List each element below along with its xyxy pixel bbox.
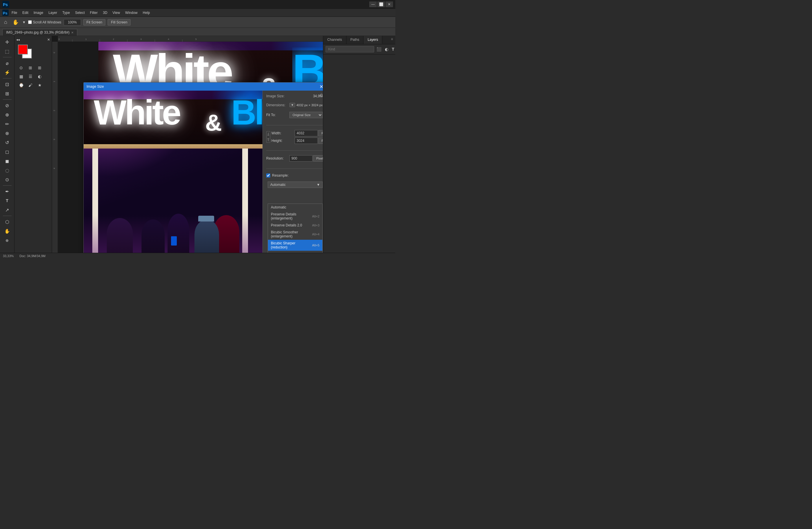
close-button[interactable]: ✕ xyxy=(386,1,393,7)
ruler-vertical: 0 1 2 3 4 xyxy=(52,42,58,253)
rectangle-tool[interactable]: ⬡ xyxy=(2,217,12,226)
home-button[interactable]: ⌂ xyxy=(2,18,9,26)
menu-image[interactable]: Image xyxy=(31,10,45,16)
tab-channels[interactable]: Channels xyxy=(323,36,346,44)
height-unit-select[interactable]: Pixels xyxy=(318,138,323,144)
magic-wand-tool[interactable]: ⚡ xyxy=(2,68,12,77)
crop-tool[interactable]: ⊡ xyxy=(2,80,12,89)
marquee-tool[interactable]: ⬚ xyxy=(2,47,12,56)
menu-type[interactable]: Type xyxy=(60,10,72,16)
menu-select[interactable]: Select xyxy=(73,10,87,16)
width-input[interactable] xyxy=(294,130,318,137)
eyedropper-tool[interactable]: ⊘ xyxy=(2,101,12,110)
brush-tool[interactable]: ✏ xyxy=(2,119,12,128)
svg-text:3: 3 xyxy=(140,38,142,41)
tab-close-button[interactable]: ✕ xyxy=(71,31,73,34)
menu-view[interactable]: View xyxy=(110,10,122,16)
resolution-unit-select[interactable]: Pixels/Inch xyxy=(313,155,323,161)
left-toolbar: ✛ ⬚ ⌀ ⚡ ⊡ ⊞ ⊘ ⊕ ✏ ⊗ ↺ ◻ ◼ ◌ ⊙ ✒ T ↗ ⬡ ✋ … xyxy=(0,36,14,253)
dialog-controls: Image Size: 34,9M Dimensions: ▼ 4032 px … xyxy=(262,91,323,253)
collapse-panel-button[interactable]: ◂◂ xyxy=(16,38,20,42)
preview-phone xyxy=(171,236,177,245)
quick-mask-button[interactable]: ⊙ xyxy=(17,64,26,72)
width-unit-select[interactable]: Pixels xyxy=(318,130,323,137)
resample-checkbox[interactable] xyxy=(266,173,270,177)
swatches-button[interactable]: ▦ xyxy=(17,72,26,81)
libraries-button[interactable]: ☰ xyxy=(26,72,35,81)
svg-text:4: 4 xyxy=(168,38,169,41)
lasso-tool[interactable]: ⌀ xyxy=(2,59,12,68)
tab-layers[interactable]: Layers xyxy=(363,36,382,44)
filter-pixel-icon[interactable]: ⬛ xyxy=(375,46,382,52)
dialog-preview-area: White & Bl xyxy=(84,91,262,253)
adjustments-button[interactable]: ◐ xyxy=(35,72,44,81)
pen-tool[interactable]: ✒ xyxy=(2,187,12,196)
dodge-tool[interactable]: ⊙ xyxy=(2,175,12,184)
clone-tool[interactable]: ⊗ xyxy=(2,129,12,138)
dialog-settings-icon[interactable] xyxy=(319,93,323,98)
filter-type-icon[interactable]: T xyxy=(391,46,395,52)
history-button[interactable]: ⌚ xyxy=(17,81,26,89)
fit-to-select[interactable]: Original Size xyxy=(289,112,323,118)
tool-presets-button[interactable]: ⊞ xyxy=(35,64,44,72)
dimensions-label: Dimensions: xyxy=(266,103,285,107)
svg-text:0: 0 xyxy=(53,52,56,53)
dialog-close-button[interactable]: ✕ xyxy=(319,84,323,89)
resample-dropdown-trigger[interactable]: Automatic ▼ xyxy=(268,182,323,188)
minimize-button[interactable]: — xyxy=(369,1,377,7)
panel-menu-button[interactable]: ≡ xyxy=(389,36,395,44)
heal-tool[interactable]: ⊕ xyxy=(2,110,12,119)
toolbar-separator-5 xyxy=(3,216,12,216)
close-panel-button[interactable]: ✕ xyxy=(47,38,50,42)
dimensions-dropdown-btn[interactable]: ▼ xyxy=(289,103,295,107)
scroll-all-windows-checkbox[interactable] xyxy=(28,20,32,24)
filter-adjust-icon[interactable]: ◐ xyxy=(384,46,390,52)
frame-tool[interactable]: ⊞ xyxy=(2,89,12,98)
file-tab[interactable]: IMG_2949~photo.jpg @ 33,3% (RGB/8#) ✕ xyxy=(2,29,77,35)
menu-window[interactable]: Window xyxy=(123,10,140,16)
move-tool[interactable]: ✛ xyxy=(2,38,12,46)
fit-to-label: Fit To: xyxy=(266,113,289,117)
foreground-color-swatch[interactable] xyxy=(18,45,28,54)
maximize-button[interactable]: ⬜ xyxy=(377,1,385,7)
effects-button[interactable]: ★ xyxy=(35,81,44,89)
menu-file[interactable]: File xyxy=(9,10,19,16)
resample-option-automatic[interactable]: Automatic xyxy=(268,204,322,211)
resample-option-bicubic-smooth[interactable]: Bicubic (smooth gradients) Alt+6 xyxy=(268,251,322,253)
resolution-input[interactable] xyxy=(289,155,313,161)
zoom-input[interactable] xyxy=(64,19,81,26)
ps-logo: Ps xyxy=(2,1,9,8)
ps-logo-menu: Ps xyxy=(2,10,9,16)
menu-filter[interactable]: Filter xyxy=(88,10,100,16)
path-selection-tool[interactable]: ↗ xyxy=(2,205,12,214)
resample-option-preserve-details-2[interactable]: Preserve Details 2.0 Alt+3 xyxy=(268,222,322,229)
resample-option-preserve-details[interactable]: Preserve Details (enlargement) Alt+2 xyxy=(268,211,322,222)
brushes-button[interactable]: 🖌 xyxy=(26,81,35,89)
menu-help[interactable]: Help xyxy=(140,10,152,16)
link-dimensions-button[interactable] xyxy=(266,131,270,143)
svg-text:5: 5 xyxy=(195,38,197,41)
fill-screen-button[interactable]: Fill Screen xyxy=(108,19,131,26)
height-label: Height: xyxy=(272,139,294,143)
hand-tool[interactable]: ✋ xyxy=(2,227,12,235)
height-input[interactable] xyxy=(294,138,318,144)
right-panel: Channels Paths Layers ≡ ⬛ ◐ T ⬡ ⚙ ⊙ xyxy=(323,36,395,253)
blur-tool[interactable]: ◌ xyxy=(2,166,12,175)
resample-option-bicubic-smoother[interactable]: Bicubic Smoother (enlargement) Alt+4 xyxy=(268,229,322,240)
gradient-tool[interactable]: ◼ xyxy=(2,157,12,165)
history-brush-tool[interactable]: ↺ xyxy=(2,138,12,147)
tool-dropdown-arrow[interactable]: ▼ xyxy=(22,20,26,24)
eraser-tool[interactable]: ◻ xyxy=(2,147,12,156)
zoom-tool[interactable]: ⊕ xyxy=(2,236,12,245)
type-tool[interactable]: T xyxy=(2,196,12,205)
svg-point-21 xyxy=(321,95,322,96)
fit-screen-button[interactable]: Fit Screen xyxy=(83,19,106,26)
menu-3d[interactable]: 3D xyxy=(100,10,110,16)
menu-layer[interactable]: Layer xyxy=(46,10,59,16)
resample-option-bicubic-sharper[interactable]: Bicubic Sharper (reduction) Alt+5 xyxy=(268,240,322,251)
layers-search-input[interactable] xyxy=(325,46,374,53)
tab-paths[interactable]: Paths xyxy=(346,36,364,44)
screen-mode-button[interactable]: ⊞ xyxy=(26,64,35,72)
scroll-all-windows-label[interactable]: Scroll All Windows xyxy=(28,20,61,24)
menu-edit[interactable]: Edit xyxy=(20,10,31,16)
